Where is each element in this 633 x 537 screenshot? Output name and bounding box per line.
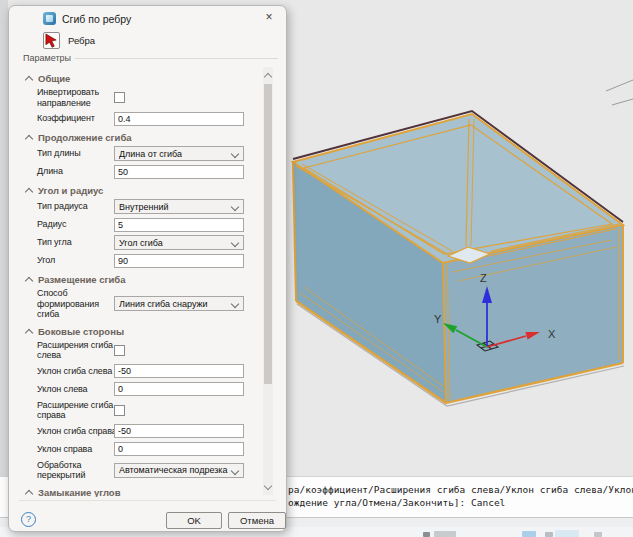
length-input[interactable] bbox=[114, 165, 244, 179]
param-row-slope-right: Уклон справа bbox=[37, 442, 255, 457]
chevron-down-icon bbox=[231, 466, 239, 474]
section-title: Общие bbox=[38, 73, 70, 84]
param-row-length: Длина bbox=[37, 164, 255, 179]
param-section-5: Замыкание угловЗамыкание в начале bbox=[25, 487, 255, 498]
command-line-text-2: ождение угла/Отмена/Закончить]: Cancel bbox=[288, 497, 633, 508]
field-label: Уклон справа bbox=[37, 444, 114, 455]
close-icon[interactable]: × bbox=[261, 9, 277, 25]
axis-y-label: Y bbox=[434, 313, 442, 325]
param-row-bend-extension-left: Расширения сгиба слева bbox=[37, 340, 255, 361]
angle-input[interactable] bbox=[114, 254, 244, 268]
axis-z-label: Z bbox=[480, 272, 487, 284]
select-value: Линия сгиба снаружи bbox=[119, 299, 208, 309]
overlap-handling-select[interactable]: Автоматическая подрезка углов bbox=[114, 463, 244, 478]
field-label: Тип угла bbox=[37, 237, 114, 248]
status-icon-1[interactable] bbox=[423, 532, 430, 537]
section-header[interactable]: Продолжение сгиба bbox=[25, 132, 255, 143]
chevron-down-icon bbox=[231, 239, 239, 247]
select-value: Внутренний bbox=[119, 202, 169, 212]
collapse-icon bbox=[25, 76, 33, 84]
section-header[interactable]: Угол и радиус bbox=[25, 185, 255, 196]
params-scrollbar[interactable] bbox=[263, 67, 273, 495]
section-header[interactable]: Замыкание углов bbox=[25, 487, 255, 498]
params-group-line bbox=[71, 58, 278, 59]
axis-x-label: X bbox=[548, 328, 556, 340]
status-icon-4[interactable] bbox=[545, 532, 553, 537]
param-row-angle: Угол bbox=[37, 253, 255, 268]
field-label: Способ формирования сгиба bbox=[37, 288, 114, 320]
param-section-1: Продолжение сгибаТип длиныДлина от сгиба… bbox=[25, 132, 255, 179]
select-value: Угол сгиба bbox=[119, 238, 163, 248]
section-title: Продолжение сгиба bbox=[38, 132, 132, 143]
section-title: Замыкание углов bbox=[38, 487, 120, 498]
coefficient-input[interactable] bbox=[114, 112, 244, 126]
field-label: Уклон сгиба справа bbox=[37, 426, 114, 437]
section-title: Размещение сгиба bbox=[38, 274, 125, 285]
scrollbar-thumb[interactable] bbox=[264, 84, 272, 384]
scroll-down-icon[interactable] bbox=[264, 482, 272, 490]
dialog-title: Сгиб по ребру bbox=[62, 13, 131, 25]
bend-slope-left-input[interactable] bbox=[114, 364, 244, 378]
bend-extension-left-checkbox[interactable] bbox=[114, 345, 125, 356]
params-group-label: Параметры bbox=[23, 53, 75, 63]
edges-button-label: Ребра bbox=[68, 35, 95, 46]
status-icon-6[interactable] bbox=[594, 532, 602, 537]
section-header[interactable]: Размещение сгиба bbox=[25, 274, 255, 285]
collapse-icon bbox=[25, 188, 33, 196]
param-row-bend-extension-right: Расширение сгиба справа bbox=[37, 400, 255, 421]
status-icon-5[interactable] bbox=[555, 530, 579, 537]
slope-left-input[interactable] bbox=[114, 382, 244, 396]
bend-formation-method-select[interactable]: Линия сгиба снаружи bbox=[114, 296, 244, 311]
param-row-slope-left: Уклон слева bbox=[37, 382, 255, 397]
chevron-down-icon bbox=[231, 150, 239, 158]
radius-input[interactable] bbox=[114, 218, 244, 232]
param-row-angle-type: Тип углаУгол сгиба bbox=[37, 235, 255, 250]
collapse-icon bbox=[25, 328, 33, 336]
collapse-icon bbox=[25, 277, 33, 285]
field-label: Коэффициент bbox=[37, 113, 114, 124]
red-cursor-arrow-icon bbox=[44, 33, 59, 48]
section-header[interactable]: Боковые стороны bbox=[25, 326, 255, 337]
param-row-length-type: Тип длиныДлина от сгиба bbox=[37, 146, 255, 161]
bend-extension-right-checkbox[interactable] bbox=[114, 405, 125, 416]
invert-direction-checkbox[interactable] bbox=[114, 92, 125, 103]
field-label: Длина bbox=[37, 166, 114, 177]
dialog-app-icon bbox=[43, 12, 56, 25]
slope-right-input[interactable] bbox=[114, 442, 244, 456]
collapse-icon bbox=[25, 135, 33, 143]
field-label: Тип радиуса bbox=[37, 201, 114, 212]
param-row-radius: Радиус bbox=[37, 217, 255, 232]
select-edges-button[interactable] bbox=[43, 32, 60, 49]
cancel-button[interactable]: Отмена bbox=[228, 512, 286, 529]
param-section-3: Размещение сгибаСпособ формирования сгиб… bbox=[25, 274, 255, 320]
params-sections: ОбщиеИнвертировать направлениеКоэффициен… bbox=[25, 67, 255, 497]
field-label: Радиус bbox=[37, 219, 114, 230]
radius-type-select[interactable]: Внутренний bbox=[114, 199, 244, 214]
help-button[interactable]: ? bbox=[21, 512, 36, 527]
param-section-0: ОбщиеИнвертировать направлениеКоэффициен… bbox=[25, 73, 255, 126]
command-line-text-1: ра/коэффициент/Расширения сгиба слева/Ук… bbox=[288, 484, 633, 495]
ok-button[interactable]: OK bbox=[166, 512, 222, 529]
param-section-2: Угол и радиусТип радиусаВнутреннийРадиус… bbox=[25, 185, 255, 268]
param-row-coefficient: Коэффициент bbox=[37, 111, 255, 126]
sheet-metal-box[interactable] bbox=[293, 111, 624, 406]
param-row-invert-direction: Инвертировать направление bbox=[37, 87, 255, 108]
section-title: Угол и радиус bbox=[38, 185, 103, 196]
section-header[interactable]: Общие bbox=[25, 73, 255, 84]
status-icon-2[interactable] bbox=[434, 531, 456, 537]
bend-by-edge-dialog: Сгиб по ребру × Ребра Параметры ОбщиеИнв… bbox=[8, 5, 287, 532]
footer-divider bbox=[19, 500, 276, 501]
field-label: Расширения сгиба слева bbox=[37, 340, 114, 361]
select-value: Длина от сгиба bbox=[119, 149, 182, 159]
field-label: Тип длины bbox=[37, 148, 114, 159]
field-label: Обработка перекрытий bbox=[37, 460, 114, 481]
field-label: Расширение сгиба справа bbox=[37, 400, 114, 421]
param-row-overlap-handling: Обработка перекрытийАвтоматическая подре… bbox=[37, 460, 255, 481]
param-row-bend-slope-left: Уклон сгиба слева bbox=[37, 364, 255, 379]
length-type-select[interactable]: Длина от сгиба bbox=[114, 146, 244, 161]
bend-slope-right-input[interactable] bbox=[114, 424, 244, 438]
dialog-titlebar[interactable]: Сгиб по ребру × bbox=[9, 6, 286, 30]
angle-type-select[interactable]: Угол сгиба bbox=[114, 235, 244, 250]
scroll-up-icon[interactable] bbox=[264, 73, 272, 81]
status-icon-3[interactable] bbox=[522, 531, 536, 537]
